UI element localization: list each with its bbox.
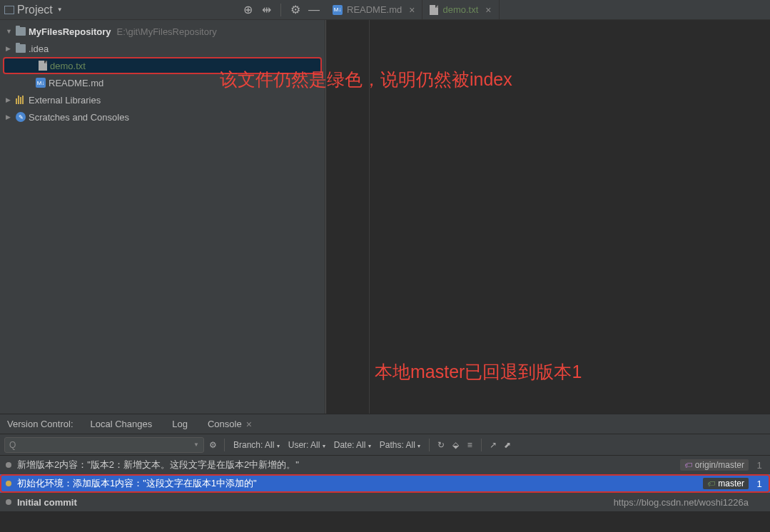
expand-arrow-icon[interactable]: ▶ [6,45,13,52]
close-icon[interactable]: × [409,4,415,16]
tab-label-demo: demo.txt [442,4,478,15]
target-icon[interactable]: ⊕ [242,4,253,16]
search-icon: Q [9,440,16,450]
markdown-file-icon: M↓ [36,78,46,88]
branch-tag-remote[interactable]: 🏷 origin/master [680,459,749,471]
commit-count: 1 [754,479,764,489]
tab-console[interactable]: Console × [198,414,262,434]
folder-icon [16,27,26,36]
bottom-tool-tabs: Version Control: Local Changes Log Conso… [0,414,770,434]
markdown-file-icon: M↓ [333,5,343,15]
project-tree-panel: ▼ MyFilesRepository E:\git\MyFilesReposi… [0,20,325,414]
library-icon [16,96,26,104]
gear-icon[interactable]: ⚙ [207,439,218,451]
log-search-box[interactable]: Q ▼ [4,437,204,453]
text-file-icon [39,61,47,71]
tree-scratches-label: Scratches and Consoles [29,112,129,123]
tree-scratches[interactable]: ▶ ✎ Scratches and Consoles [0,108,325,126]
chevron-down-icon: ▼ [57,6,63,13]
editor-ruler [369,20,370,414]
tree-item-label: demo.txt [50,61,86,71]
tree-item-idea[interactable]: ▶ .idea [0,40,325,57]
filter-user[interactable]: User: All ▾ [285,440,328,450]
hide-icon[interactable]: — [308,4,320,16]
tree-item-label: README.md [49,78,103,88]
tree-item-demo[interactable]: demo.txt [3,57,322,74]
tag-icon: 🏷 [707,479,715,488]
tree-external-libs-label: External Libraries [29,95,101,106]
log-filter-bar: Q ▼ ⚙ Branch: All ▾ User: All ▾ Date: Al… [0,434,770,456]
commit-dot-icon [6,499,11,505]
filter-branch[interactable]: Branch: All ▾ [231,440,283,450]
tab-demo[interactable]: demo.txt × [422,0,499,19]
expand-arrow-icon[interactable]: ▶ [6,113,13,121]
commit-count: 1 [754,460,764,471]
text-file-icon [430,5,438,15]
commit-dot-icon [6,481,11,486]
chevron-down-icon[interactable]: ▼ [193,441,199,448]
open-icon[interactable]: ⬈ [502,439,513,451]
tab-local-changes[interactable]: Local Changes [81,414,163,434]
editor-area[interactable] [325,20,770,414]
tree-item-readme[interactable]: M↓ README.md [0,74,325,91]
tag-icon: 🏷 [684,461,692,469]
gear-icon[interactable]: ⚙ [290,4,301,16]
commit-log: 新增版本2内容："版本2：新增文本。这段文字是在版本2中新增的。" 🏷 orig… [0,456,770,511]
folder-icon [16,44,26,53]
filter-date[interactable]: Date: All ▾ [331,440,374,450]
commit-message: 新增版本2内容："版本2：新增文本。这段文字是在版本2中新增的。" [17,459,674,471]
goto-icon[interactable]: ↗ [487,439,499,451]
collapse-icon[interactable]: ⇹ [260,4,272,16]
expand-arrow-icon[interactable]: ▼ [6,28,13,35]
tree-root-path: E:\git\MyFilesRepository [117,26,217,37]
refresh-icon[interactable]: ↻ [435,439,447,451]
tab-readme[interactable]: M↓ README.md × [325,0,422,19]
close-icon[interactable]: × [485,4,491,16]
expand-arrow-icon[interactable]: ▶ [6,96,13,103]
cherry-pick-icon[interactable]: ⬙ [450,439,461,451]
tree-external-libs[interactable]: ▶ External Libraries [0,91,325,108]
tree-root-name: MyFilesRepository [29,26,111,37]
commit-row-selected[interactable]: 初始化环境：添加版本1内容："这段文字在版本1中添加的" 🏷 master 1 [0,474,770,493]
log-search-input[interactable] [19,440,191,450]
vc-label: Version Control: [0,419,81,429]
intellisort-icon[interactable]: ≡ [464,439,475,451]
close-icon[interactable]: × [246,419,252,430]
filter-paths[interactable]: Paths: All ▾ [377,440,423,450]
tree-root[interactable]: ▼ MyFilesRepository E:\git\MyFilesReposi… [0,23,325,40]
commit-dot-icon [6,462,11,468]
project-dropdown[interactable]: Project ▼ [0,4,67,16]
tree-item-label: .idea [29,44,49,54]
commit-row[interactable]: Initial commit https://blog.csdn.net/wos… [0,493,770,511]
project-icon [4,6,14,14]
tab-label-readme: README.md [347,4,402,15]
scratches-icon: ✎ [16,112,26,122]
commit-row[interactable]: 新增版本2内容："版本2：新增文本。这段文字是在版本2中新增的。" 🏷 orig… [0,456,770,474]
project-label-text: Project [17,4,53,16]
branch-tag-local[interactable]: 🏷 master [703,478,749,489]
commit-message: 初始化环境：添加版本1内容："这段文字在版本1中添加的" [17,477,697,490]
tab-log[interactable]: Log [162,414,198,434]
status-url: https://blog.csdn.net/woshi1226a [614,497,749,508]
commit-message: Initial commit [17,497,608,508]
